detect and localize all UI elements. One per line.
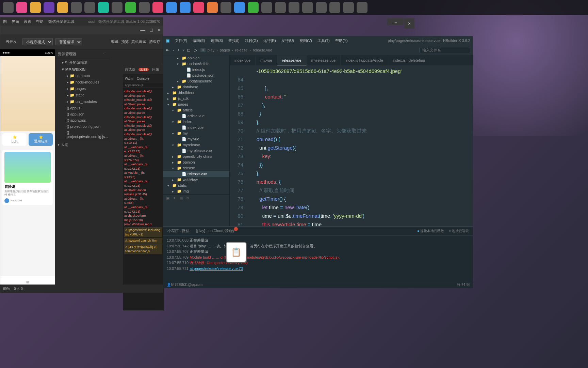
close-button[interactable]: × xyxy=(404,18,414,29)
editor-tab[interactable]: index.vue xyxy=(230,55,256,65)
remote-debug-button[interactable]: 真机调试 xyxy=(131,39,146,44)
stop-icon[interactable]: ◻ xyxy=(187,48,191,52)
tree-item[interactable]: ▸ 📁 uni_modules xyxy=(55,98,109,105)
taskbar-app[interactable] xyxy=(71,2,82,13)
file-item[interactable]: 📄 my.vue xyxy=(163,136,229,142)
editor-tab[interactable]: my.vue xyxy=(256,55,277,65)
run-icon[interactable]: ▷ xyxy=(194,48,197,52)
taskbar-app[interactable] xyxy=(44,2,54,13)
more-icon[interactable]: ··· xyxy=(103,51,107,57)
editor-tab[interactable]: release.vue xyxy=(277,55,307,65)
menu-tools[interactable]: 工具(T) xyxy=(317,38,330,43)
taskbar-app[interactable] xyxy=(207,2,218,13)
maximize-button[interactable]: □ xyxy=(150,27,152,33)
folder-item[interactable]: ▾ 📁 myrelease xyxy=(163,142,229,148)
taskbar-app[interactable] xyxy=(343,2,354,13)
folder-item[interactable]: ▾ 📁 static xyxy=(163,183,229,188)
debugger-tab[interactable]: 调试器 xyxy=(125,67,135,72)
code-editor[interactable]: 64656667686970717273747576777879808182 -… xyxy=(230,65,473,226)
collapse-icon[interactable]: ⇤ xyxy=(166,48,169,52)
tree-item[interactable]: ▸ 📁 pages xyxy=(55,86,109,92)
folder-item[interactable]: ▾ 📁 updateArticle xyxy=(163,61,229,67)
clear-cache-button[interactable]: 清缓存 xyxy=(149,39,160,44)
menu-run[interactable]: 运行(R) xyxy=(263,38,276,43)
console-output[interactable]: cli\node_modules\@ at Object.parsecli\no… xyxy=(123,88,164,279)
issues-count[interactable]: 0 ⚠ 0 xyxy=(14,287,23,291)
tree-item[interactable]: {} app.wxss xyxy=(55,117,109,123)
taskbar-app[interactable] xyxy=(220,2,231,13)
preview-button[interactable]: 预览 xyxy=(121,39,129,44)
close-button[interactable]: × xyxy=(158,27,160,33)
taskbar-app[interactable] xyxy=(30,2,41,13)
file-item[interactable]: 📄 myrelease.vue xyxy=(163,148,229,154)
folder-item[interactable]: ▸ 📁 js_sdk xyxy=(163,96,229,102)
folder-item[interactable]: ▸ 📁 webView xyxy=(163,177,229,183)
cloud-local-toggle[interactable]: 连接本地云函数 xyxy=(417,229,444,233)
taskbar-app[interactable] xyxy=(152,2,163,13)
tree-item[interactable]: {} app.js xyxy=(55,105,109,111)
problems-tab[interactable]: 问题 xyxy=(152,67,159,72)
mode-select[interactable]: 小程序模式 xyxy=(22,39,53,45)
file-item[interactable]: 📄 package.json xyxy=(163,73,229,78)
taskbar-app[interactable] xyxy=(84,2,95,13)
sim-card[interactable]: 冒险岛 新疆维吾尔自治区 博尔塔拉蒙古自治州 精河县 PianoLife xyxy=(2,150,53,205)
taskbar-app[interactable] xyxy=(98,2,109,13)
folder-item[interactable]: ▾ 📁 pages xyxy=(163,102,229,107)
project-root[interactable]: ▾ MP-WEIXIN xyxy=(55,66,109,73)
sidebar-tool-icon[interactable]: ↻ xyxy=(186,196,189,200)
tree-item[interactable]: ▸ 📁 common xyxy=(55,73,109,79)
context-select[interactable]: appservice (# xyxy=(125,83,143,87)
folder-item[interactable]: ▾ 📁 release xyxy=(163,165,229,171)
folder-item[interactable]: ▸ 📁 opinion xyxy=(163,159,229,165)
taskbar-app[interactable] xyxy=(329,2,340,13)
taskbar-app[interactable] xyxy=(302,2,313,13)
menu-item[interactable]: 帮助 xyxy=(36,19,44,24)
sim-tab[interactable]: ⭐玩具 xyxy=(2,133,27,146)
menu-view[interactable]: 视图(V) xyxy=(299,38,312,43)
new-file-icon[interactable]: ▫ xyxy=(173,48,174,52)
menu-item[interactable]: 设置 xyxy=(24,19,31,24)
menu-select[interactable]: 选择(S) xyxy=(211,38,223,43)
tree-item[interactable]: {} project.private.config.js... xyxy=(55,129,109,140)
terminal-tab-unicloud[interactable]: [play] - uniCloud控制台! xyxy=(196,228,235,233)
taskbar-app[interactable] xyxy=(125,2,136,13)
folder-item[interactable]: ▸ 📁 img xyxy=(163,188,229,194)
tree-item[interactable]: ▸ 📁 node-modules xyxy=(55,79,109,86)
folder-item[interactable]: ▸ 📁 updateuserinfo xyxy=(163,78,229,84)
menu-publish[interactable]: 发行(U) xyxy=(281,38,294,43)
compile-select[interactable]: 普通编译 xyxy=(55,39,82,45)
taskbar-app[interactable] xyxy=(234,2,245,13)
folder-item[interactable]: ▾ 📁 index xyxy=(163,119,229,125)
file-item[interactable]: 📄 release.vue xyxy=(163,171,229,177)
wxml-tab[interactable]: Wxml xyxy=(125,77,133,80)
compile-button[interactable]: 编译 xyxy=(111,39,118,44)
folder-item[interactable]: ▾ 📁 my xyxy=(163,131,229,136)
editor-tab[interactable]: myrelease.vue xyxy=(307,55,341,65)
folder-item[interactable]: ▸ 📁 .hbuilderx xyxy=(163,90,229,96)
folder-item[interactable]: ▸ 📁 opinion xyxy=(163,55,229,61)
taskbar-app[interactable] xyxy=(289,2,299,13)
menu-item[interactable]: 界面 xyxy=(12,19,19,24)
taskbar-app[interactable] xyxy=(139,2,150,13)
file-item[interactable]: 📄 article.vue xyxy=(163,113,229,119)
menu-item[interactable]: 微信开发者工具 xyxy=(48,19,75,24)
taskbar-app[interactable] xyxy=(193,2,204,13)
taskbar-app[interactable] xyxy=(57,2,68,13)
menu-item[interactable]: 图 xyxy=(3,19,7,24)
open-editors-section[interactable]: ▸ 打开的编辑器 xyxy=(55,59,109,66)
menu-file[interactable]: 文件(F) xyxy=(175,38,187,43)
file-item[interactable]: 📄 index.vue xyxy=(163,125,229,131)
file-item[interactable]: 📄 index.js xyxy=(163,67,229,73)
taskbar-app[interactable] xyxy=(316,2,327,13)
folder-item[interactable]: ▸ 📁 opendb-city-china xyxy=(163,154,229,159)
sidebar-tool-icon[interactable]: ✦ xyxy=(173,196,176,200)
floating-widget-icon[interactable]: 📋 xyxy=(226,242,246,262)
taskbar-app[interactable] xyxy=(3,2,14,13)
console-tab[interactable]: Console xyxy=(137,77,149,80)
tree-item[interactable]: {} project.config.json xyxy=(55,123,109,129)
terminal-output[interactable]: 10:07:36.063 正在差量编10:07:36.742 项目 'play'… xyxy=(163,235,473,273)
folder-item[interactable]: ▾ 📁 article xyxy=(163,107,229,113)
sidebar-tool-icon[interactable]: ▤ xyxy=(179,196,183,200)
taskbar-app[interactable] xyxy=(166,2,177,13)
taskbar-app[interactable] xyxy=(16,2,27,13)
